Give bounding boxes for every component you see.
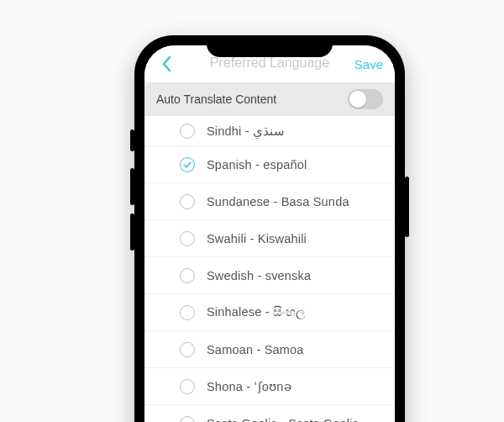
language-label: Sindhi - سنڌي	[207, 124, 285, 138]
language-label: Swahili - Kiswahili	[207, 232, 307, 245]
language-option[interactable]: Sundanese - Basa Sunda	[144, 183, 395, 220]
radio-icon	[180, 124, 195, 139]
radio-icon	[180, 342, 195, 357]
radio-icon	[180, 231, 195, 246]
auto-translate-label: Auto Translate Content	[156, 92, 276, 106]
language-option[interactable]: Spanish - español	[144, 146, 395, 183]
phone-frame: Preferred Language Save Auto Translate C…	[134, 35, 405, 422]
language-option[interactable]: Swahili - Kiswahili	[144, 220, 395, 257]
volume-down-button	[130, 214, 134, 251]
language-label: Spanish - español	[207, 158, 307, 171]
auto-translate-toggle[interactable]	[348, 89, 383, 109]
language-label: Swedish - svenska	[207, 269, 311, 282]
language-option[interactable]: Sindhi - سنڌي	[144, 116, 395, 146]
auto-translate-row: Auto Translate Content	[144, 82, 395, 116]
save-button[interactable]: Save	[354, 57, 383, 71]
volume-up-button	[130, 168, 134, 205]
screen: Preferred Language Save Auto Translate C…	[144, 45, 395, 422]
language-label: Samoan - Samoa	[207, 343, 304, 356]
silence-switch	[130, 129, 134, 151]
language-label: Shona - ˈʃoʊnə	[207, 380, 291, 393]
radio-icon	[180, 194, 195, 209]
language-option[interactable]: Samoan - Samoa	[144, 331, 395, 368]
radio-icon	[180, 268, 195, 283]
radio-icon	[180, 416, 195, 423]
language-option[interactable]: Swedish - svenska	[144, 257, 395, 294]
chevron-left-icon	[161, 55, 171, 72]
radio-selected-icon	[180, 157, 195, 172]
language-option[interactable]: Sinhalese - සිංහල	[144, 294, 395, 331]
language-label: Sundanese - Basa Sunda	[207, 195, 349, 208]
radio-icon	[180, 379, 195, 394]
nav-bar: Preferred Language Save	[144, 45, 395, 82]
language-label: Sinhalese - සිංහල	[207, 305, 306, 319]
language-option[interactable]: Scots Gaelic - Scots Gaelic	[144, 405, 395, 422]
language-option[interactable]: Shona - ˈʃoʊnə	[144, 368, 395, 405]
back-button[interactable]	[156, 54, 176, 74]
language-label: Scots Gaelic - Scots Gaelic	[207, 417, 359, 423]
language-list[interactable]: Sindhi - سنڌيSpanish - españolSundanese …	[144, 116, 395, 422]
radio-icon	[180, 305, 195, 320]
power-button	[405, 177, 409, 237]
